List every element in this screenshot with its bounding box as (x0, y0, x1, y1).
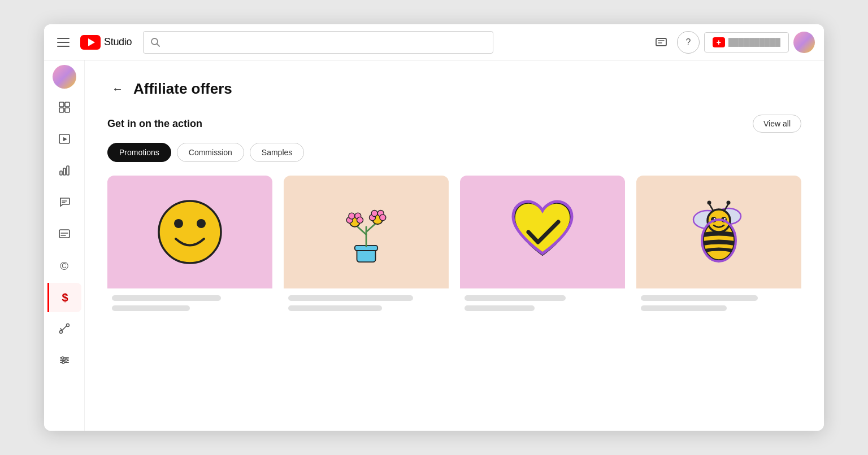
copyright-icon: © (60, 260, 68, 272)
svg-point-30 (197, 219, 206, 228)
create-icon (713, 37, 725, 47)
svg-rect-7 (65, 102, 70, 107)
card-3-footer (460, 288, 625, 313)
header-actions: ? ██████████ (650, 31, 815, 54)
flower-sticker (329, 195, 403, 269)
settings-icon (58, 354, 71, 368)
card-3-image (460, 176, 625, 288)
messages-button[interactable] (650, 31, 672, 54)
card-2-bar-1 (288, 295, 413, 301)
view-all-button[interactable]: View all (753, 115, 801, 133)
search-bar (143, 31, 493, 54)
card-1[interactable] (107, 176, 272, 313)
card-2-bar-2 (288, 305, 382, 311)
bee-sticker (682, 195, 756, 269)
svg-point-25 (62, 357, 64, 359)
svg-rect-17 (59, 230, 70, 238)
svg-rect-1 (57, 42, 70, 43)
heart-check-sticker (506, 195, 579, 269)
svg-point-38 (349, 213, 355, 219)
card-3-bar-1 (465, 295, 566, 301)
page-title: Affiliate offers (133, 80, 232, 98)
svg-point-57 (724, 218, 726, 220)
sidebar-item-settings[interactable] (47, 346, 81, 375)
svg-point-21 (59, 330, 62, 333)
avatar[interactable] (793, 32, 815, 53)
sidebar-item-subtitles[interactable] (47, 220, 81, 249)
svg-rect-0 (57, 38, 70, 39)
sidebar-item-copyright[interactable]: © (47, 251, 81, 281)
svg-rect-12 (60, 171, 62, 175)
sidebar-item-monetization[interactable]: $ (47, 283, 81, 312)
smiley-sticker (153, 195, 227, 269)
svg-point-29 (174, 219, 183, 228)
search-icon (150, 37, 160, 47)
svg-rect-2 (57, 46, 70, 47)
svg-point-45 (380, 215, 386, 221)
tab-commission[interactable]: Commission (177, 143, 244, 162)
svg-rect-9 (65, 108, 70, 112)
section-title: Get in on the action (107, 118, 202, 130)
header: Studio ? ██████████ (44, 24, 824, 60)
sidebar: © $ (44, 60, 85, 431)
svg-rect-8 (59, 108, 64, 112)
analytics-icon (58, 164, 71, 178)
card-1-bar-1 (112, 295, 221, 301)
card-4-bar-2 (641, 305, 727, 311)
studio-text: Studio (104, 36, 132, 48)
back-header: ← Affiliate offers (107, 78, 801, 99)
sidebar-item-comments[interactable] (47, 188, 81, 217)
svg-point-28 (159, 201, 221, 263)
tab-samples[interactable]: Samples (250, 143, 304, 162)
create-button[interactable]: ██████████ (704, 32, 789, 53)
card-2[interactable] (284, 176, 449, 313)
svg-rect-6 (59, 102, 64, 107)
svg-point-27 (62, 361, 64, 364)
content-area: ← Affiliate offers Get in on the action … (85, 60, 824, 431)
sidebar-item-customization[interactable] (47, 314, 81, 344)
tabs: Promotions Commission Samples (107, 143, 801, 162)
customization-icon (58, 322, 71, 336)
search-input[interactable] (165, 37, 486, 47)
comments-icon (58, 196, 71, 210)
logo[interactable]: Studio (80, 35, 132, 50)
card-3[interactable] (460, 176, 625, 313)
svg-line-4 (157, 43, 160, 46)
youtube-icon (80, 35, 101, 50)
svg-point-20 (66, 323, 69, 326)
svg-point-40 (357, 217, 363, 223)
svg-rect-5 (656, 38, 666, 46)
card-4[interactable] (636, 176, 801, 313)
card-1-image (107, 176, 272, 288)
svg-point-51 (708, 201, 711, 205)
monetization-icon: $ (62, 292, 68, 303)
svg-point-26 (65, 359, 67, 361)
sidebar-item-dashboard[interactable] (47, 93, 81, 123)
svg-rect-13 (63, 168, 66, 175)
sidebar-item-analytics[interactable] (47, 156, 81, 186)
back-button[interactable]: ← (107, 78, 128, 99)
svg-point-53 (727, 201, 731, 205)
cards-grid (107, 176, 801, 313)
section-header: Get in on the action View all (107, 115, 801, 133)
svg-line-50 (709, 204, 713, 211)
card-2-footer (284, 288, 449, 313)
card-2-image (284, 176, 449, 288)
main-layout: © $ (44, 60, 824, 431)
card-4-image (636, 176, 801, 288)
subtitles-icon (58, 228, 71, 242)
card-4-footer (636, 288, 801, 313)
card-1-footer (107, 288, 272, 313)
hamburger-button[interactable] (53, 32, 73, 53)
create-button-text: ██████████ (728, 38, 780, 46)
card-1-bar-2 (112, 305, 190, 311)
sidebar-avatar[interactable] (53, 65, 76, 89)
content-icon (58, 133, 71, 147)
help-button[interactable]: ? (677, 31, 700, 54)
sidebar-item-content[interactable] (47, 125, 81, 154)
dashboard-icon (58, 101, 71, 115)
card-3-bar-2 (465, 305, 535, 311)
svg-point-43 (371, 211, 377, 217)
card-4-bar-1 (641, 295, 758, 301)
tab-promotions[interactable]: Promotions (107, 143, 171, 162)
